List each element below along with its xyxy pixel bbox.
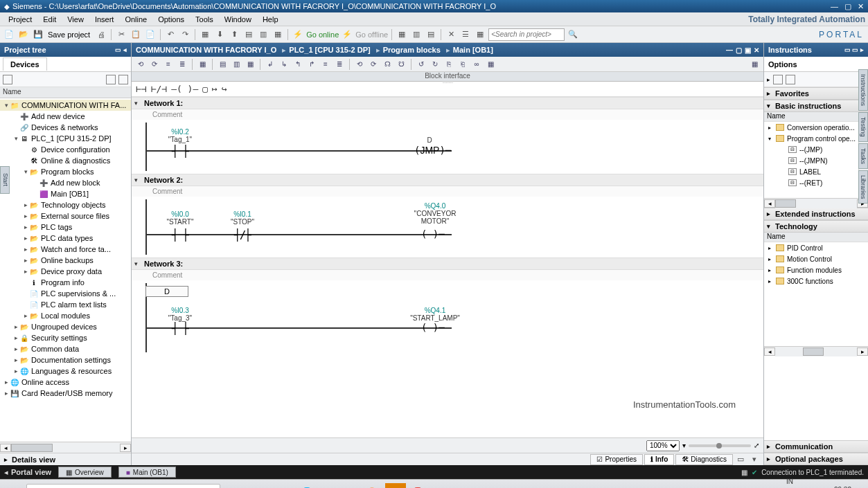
etb-15[interactable]: ⟲ bbox=[353, 58, 366, 71]
hscroll-thumb[interactable] bbox=[11, 444, 53, 452]
tree-arrow-icon[interactable]: ▾ bbox=[3, 102, 10, 109]
tree-item[interactable]: ▸🌐Languages & resources bbox=[0, 365, 131, 377]
print-icon[interactable]: 🖨 bbox=[95, 28, 107, 41]
close-button[interactable]: ✕ bbox=[858, 2, 864, 10]
etb-7[interactable]: ▥ bbox=[230, 58, 242, 71]
etb-12[interactable]: ↱ bbox=[305, 58, 318, 71]
crumb-1[interactable]: PLC_1 [CPU 315-2 DP] bbox=[289, 46, 370, 54]
instr-item[interactable]: ▸Conversion operatio... bbox=[764, 122, 868, 133]
tree-item[interactable]: ▸📂Watch and force ta... bbox=[0, 244, 131, 255]
tech-item[interactable]: ▸PID Control bbox=[764, 242, 868, 253]
paste-icon[interactable]: 📄 bbox=[144, 28, 157, 41]
minimize-button[interactable]: — bbox=[831, 2, 838, 10]
tree-item[interactable]: ⚙Device configuration bbox=[0, 144, 131, 155]
etb-6[interactable]: ▤ bbox=[216, 58, 229, 71]
etb-20[interactable]: ↻ bbox=[429, 58, 441, 71]
crumb-0[interactable]: COMMUNICATION WITH FACRORY I_O bbox=[136, 46, 276, 54]
net2-rung[interactable]: %I0.0 "START" ┤ ├ %I0.1 "STOP" ┤/├ %Q4.0… bbox=[145, 199, 750, 255]
search-input[interactable] bbox=[488, 28, 565, 41]
menu-online[interactable]: Online bbox=[119, 14, 152, 25]
tree-item[interactable]: ▾📂Program blocks bbox=[0, 166, 131, 177]
instr-item[interactable]: ⊟LABEL bbox=[764, 166, 868, 177]
tech-hscroll[interactable]: ◂▸ bbox=[764, 346, 868, 356]
tech-item[interactable]: ▸300C functions bbox=[764, 275, 868, 287]
compile-icon[interactable]: ▦ bbox=[199, 28, 211, 41]
etb-right[interactable]: ▦ bbox=[748, 58, 761, 71]
app-icon-5[interactable]: ▦ bbox=[540, 483, 561, 489]
word-icon[interactable]: W bbox=[429, 483, 450, 489]
mail-icon[interactable]: ✉ bbox=[341, 483, 362, 489]
net1-contact-icon[interactable]: ┤ ├ bbox=[172, 145, 188, 158]
basic-hscroll[interactable]: ◂▸ bbox=[764, 198, 868, 208]
editor-minimize-icon[interactable]: — bbox=[726, 46, 733, 54]
app-icon-1[interactable]: ▦ bbox=[452, 483, 472, 489]
net2-c2-icon[interactable]: ┤/├ bbox=[234, 228, 250, 242]
tree-item[interactable]: 📄PLC alarm text lists bbox=[0, 299, 131, 310]
tree-arrow-icon[interactable]: ▸ bbox=[22, 257, 29, 264]
etb-13[interactable]: ≡ bbox=[319, 58, 332, 71]
tree-arrow-icon[interactable]: ▸ bbox=[12, 356, 19, 363]
cut-icon[interactable]: ✂ bbox=[115, 28, 127, 41]
go-offline-icon[interactable]: ⚡ bbox=[341, 28, 353, 41]
upload-icon[interactable]: ⬆ bbox=[228, 28, 240, 41]
pt-view-icon[interactable] bbox=[3, 75, 12, 84]
side-tab-testing[interactable]: Testing bbox=[858, 112, 868, 142]
zoom-select[interactable]: 100% bbox=[646, 440, 680, 451]
etb-16[interactable]: ⟳ bbox=[367, 58, 380, 71]
etb-11[interactable]: ↰ bbox=[292, 58, 304, 71]
tree-item[interactable]: ▸📂Online backups bbox=[0, 255, 131, 266]
tree-item[interactable]: ▸🔒Security settings bbox=[0, 332, 131, 343]
tree-item[interactable]: 📄PLC supervisions & ... bbox=[0, 288, 131, 299]
optional-packages-header[interactable]: ▸Optional packages bbox=[764, 453, 868, 465]
instr-item[interactable]: ⊟--(JMP) bbox=[764, 144, 868, 155]
net2-coil-icon[interactable]: ( )─ bbox=[421, 228, 445, 240]
net3-contact-icon[interactable]: ┤ ├ bbox=[172, 322, 188, 335]
opt-arrow-icon[interactable]: ▸ bbox=[767, 76, 770, 83]
go-online-icon[interactable]: ⚡ bbox=[292, 28, 304, 41]
net1-rung[interactable]: %I0.2 "Tag_1" ┤ ├ D (JMP)─ bbox=[145, 123, 750, 171]
app-icon-6[interactable]: ⚙ bbox=[563, 483, 583, 489]
overview-tab[interactable]: ▦ Overview bbox=[58, 467, 112, 478]
cortana-icon[interactable]: ○ bbox=[223, 483, 244, 489]
undo-icon[interactable]: ↶ bbox=[164, 28, 177, 41]
new-project-icon[interactable]: 📄 bbox=[3, 28, 15, 41]
zoom-thumb[interactable] bbox=[716, 443, 722, 449]
etb-1[interactable]: ⟲ bbox=[134, 58, 147, 71]
app-icon-2[interactable]: ▧ bbox=[474, 483, 495, 489]
prop-icon-1[interactable]: ▭ bbox=[734, 453, 747, 466]
side-tab-start[interactable]: Start bbox=[0, 166, 10, 194]
main-ob1-tab[interactable]: ■ Main (OB1) bbox=[118, 467, 176, 478]
net2-arrow-icon[interactable]: ▾ bbox=[134, 177, 144, 183]
etb-2[interactable]: ⟳ bbox=[148, 58, 161, 71]
etb-5[interactable]: ▦ bbox=[196, 58, 209, 71]
properties-tab[interactable]: ☑Properties bbox=[590, 454, 643, 465]
app-icon-3[interactable]: ◆ bbox=[496, 483, 517, 489]
tree-item[interactable]: 🟪Main [OB1] bbox=[0, 188, 131, 199]
menu-insert[interactable]: Insert bbox=[89, 14, 120, 25]
tree-item[interactable]: ▸🌐Online access bbox=[0, 377, 131, 388]
menu-tools[interactable]: Tools bbox=[190, 14, 219, 25]
etb-4[interactable]: ≣ bbox=[176, 58, 188, 71]
communication-header[interactable]: ▸Communication bbox=[764, 440, 868, 453]
networks-area[interactable]: ▾ Network 1: Comment %I0.2 "Tag_1" ┤ ├ D… bbox=[132, 97, 763, 437]
tree-item[interactable]: ▸📂PLC data types bbox=[0, 233, 131, 244]
maximize-button[interactable]: ▢ bbox=[844, 2, 851, 10]
network-1-header[interactable]: ▾ Network 1: bbox=[132, 97, 763, 109]
details-view-header[interactable]: ▸ Details view bbox=[0, 453, 131, 465]
tia-portal-icon[interactable]: TIAV15 bbox=[385, 483, 406, 489]
extended-instructions-header[interactable]: ▸Extended instructions bbox=[764, 208, 868, 220]
tb-icon-2[interactable]: ▥ bbox=[257, 28, 269, 41]
technology-header[interactable]: ▾Technology bbox=[764, 220, 868, 233]
tree-item[interactable]: ▾🖥PLC_1 [CPU 315-2 DP] bbox=[0, 133, 131, 144]
tree-item[interactable]: ▸💾Card Reader/USB memory bbox=[0, 388, 131, 399]
net3-arrow-icon[interactable]: ▾ bbox=[134, 260, 144, 267]
edge-icon[interactable]: 🌐 bbox=[296, 483, 317, 489]
crumb-3[interactable]: Main [OB1] bbox=[453, 46, 493, 54]
tree-arrow-icon[interactable]: ▸ bbox=[22, 312, 29, 319]
zoom-icon[interactable]: ⤢ bbox=[754, 442, 759, 449]
tree-item[interactable]: ▾📁COMMUNICATION WITH FA... bbox=[0, 100, 131, 111]
tb-icon-7[interactable]: ☰ bbox=[459, 28, 472, 41]
net1-jmp-coil[interactable]: (JMP)─ bbox=[414, 145, 451, 156]
net1-comment[interactable]: Comment bbox=[132, 109, 763, 120]
tree-item[interactable]: ▸📂Documentation settings bbox=[0, 354, 131, 365]
